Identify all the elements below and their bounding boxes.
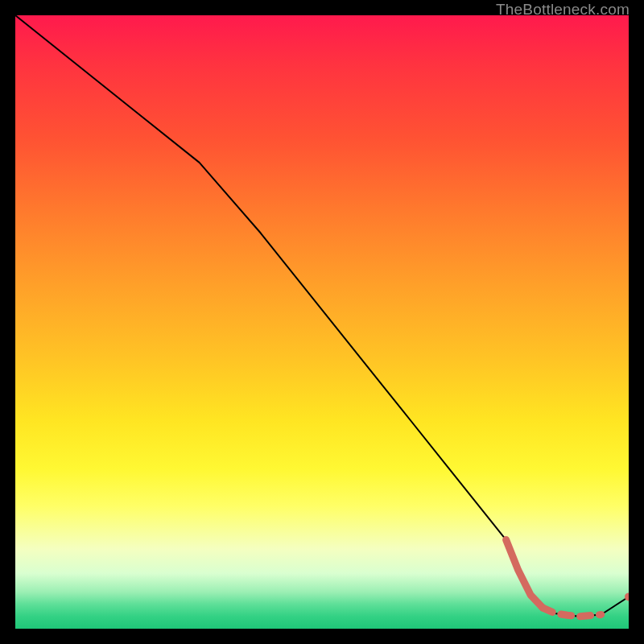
chart-background-gradient: [15, 15, 629, 629]
watermark-text: TheBottleneck.com: [496, 1, 630, 19]
chart-stage: TheBottleneck.com: [0, 0, 644, 644]
